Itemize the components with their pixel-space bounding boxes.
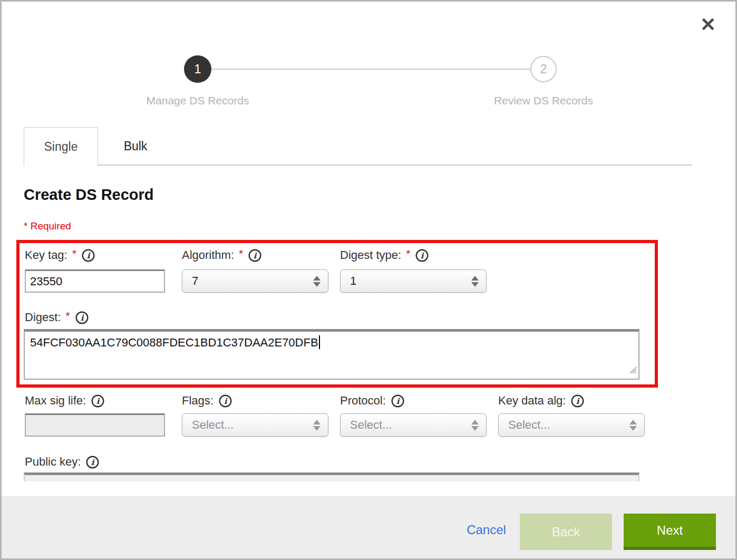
svg-text:i: i <box>87 251 91 260</box>
info-icon[interactable]: i <box>75 311 89 325</box>
algorithm-select[interactable]: 7 <box>182 269 328 293</box>
digest-label-text: Digest: <box>25 311 61 324</box>
info-icon[interactable]: i <box>570 394 585 408</box>
next-button[interactable]: Next <box>624 514 716 550</box>
close-icon[interactable]: ✕ <box>696 13 720 36</box>
algorithm-select-value: 7 <box>192 274 198 288</box>
protocol-label-text: Protocol: <box>340 394 386 408</box>
info-icon[interactable]: i <box>81 248 95 263</box>
svg-text:i: i <box>224 397 228 406</box>
select-arrows-icon <box>629 420 637 431</box>
digest-textarea[interactable]: 54FCF030AA1C79C0088FDEC1BD1C37DAA2E70DFB <box>24 329 639 380</box>
digest-type-select-value: 1 <box>350 274 356 288</box>
svg-text:i: i <box>80 313 84 323</box>
protocol-select[interactable]: Select... <box>340 413 487 437</box>
back-button: Back <box>520 514 612 550</box>
digest-type-select[interactable]: 1 <box>340 269 487 293</box>
tab-single[interactable]: Single <box>24 127 98 166</box>
flags-select-value: Select... <box>192 418 234 432</box>
info-icon[interactable]: i <box>391 394 405 408</box>
digest-label: Digest: * i <box>25 310 89 325</box>
info-icon[interactable]: i <box>85 455 100 469</box>
protocol-label: Protocol: i <box>340 393 405 409</box>
select-arrows-icon <box>313 420 321 431</box>
select-arrows-icon <box>471 276 479 287</box>
info-icon[interactable]: i <box>91 394 105 408</box>
svg-text:i: i <box>576 397 580 406</box>
flags-label: Flags: i <box>182 393 232 409</box>
text-cursor <box>319 335 320 349</box>
tab-underline <box>98 165 692 166</box>
flags-select[interactable]: Select... <box>182 413 328 437</box>
key-tag-label: Key tag: * i <box>25 247 95 263</box>
required-asterisk: * <box>239 247 243 260</box>
info-icon[interactable]: i <box>248 248 262 263</box>
key-tag-input[interactable] <box>25 269 165 293</box>
svg-text:i: i <box>254 251 257 260</box>
public-key-label-text: Public key: <box>25 455 81 469</box>
stepper-step-1-circle: 1 <box>184 55 211 83</box>
stepper-step-1-label: Manage DS Records <box>129 94 266 107</box>
create-ds-record-modal: ✕ 1 2 Manage DS Records Review DS Record… <box>0 0 737 560</box>
algorithm-label-text: Algorithm: <box>182 248 234 262</box>
max-sig-life-label: Max sig life: i <box>25 393 105 409</box>
protocol-select-value: Select... <box>350 418 392 432</box>
stepper-step-2-label: Review DS Records <box>475 94 612 107</box>
digest-type-label: Digest type: * i <box>340 247 429 263</box>
public-key-label: Public key: i <box>25 454 100 470</box>
key-data-alg-select[interactable]: Select... <box>498 413 645 437</box>
required-asterisk: * <box>406 247 410 260</box>
key-data-alg-label-text: Key data alg: <box>498 394 566 408</box>
select-arrows-icon <box>471 420 479 431</box>
key-data-alg-select-value: Select... <box>508 418 550 432</box>
digest-value: 54FCF030AA1C79C0088FDEC1BD1C37DAA2E70DFB <box>30 336 318 349</box>
svg-text:i: i <box>421 251 424 260</box>
flags-label-text: Flags: <box>182 394 214 408</box>
info-icon[interactable]: i <box>218 394 232 408</box>
page-title: Create DS Record <box>24 186 154 204</box>
key-tag-label-text: Key tag: <box>25 248 67 262</box>
key-data-alg-label: Key data alg: i <box>498 393 585 409</box>
public-key-textarea[interactable] <box>24 472 639 481</box>
algorithm-label: Algorithm: * i <box>182 247 262 263</box>
required-asterisk: * <box>72 247 76 260</box>
resize-handle-icon[interactable] <box>629 363 637 377</box>
info-icon[interactable]: i <box>415 248 429 263</box>
svg-text:i: i <box>396 397 400 406</box>
required-note: * Required <box>24 220 71 232</box>
max-sig-life-input <box>25 413 165 437</box>
stepper-connector-line <box>211 69 531 70</box>
svg-text:i: i <box>91 458 95 467</box>
svg-text:i: i <box>96 397 100 406</box>
stepper-step-2-circle: 2 <box>530 56 557 82</box>
select-arrows-icon <box>313 276 321 287</box>
max-sig-life-label-text: Max sig life: <box>25 394 86 408</box>
tab-bulk[interactable]: Bulk <box>99 127 172 165</box>
digest-type-label-text: Digest type: <box>340 248 401 262</box>
required-asterisk: * <box>65 310 70 322</box>
cancel-link[interactable]: Cancel <box>461 523 511 537</box>
